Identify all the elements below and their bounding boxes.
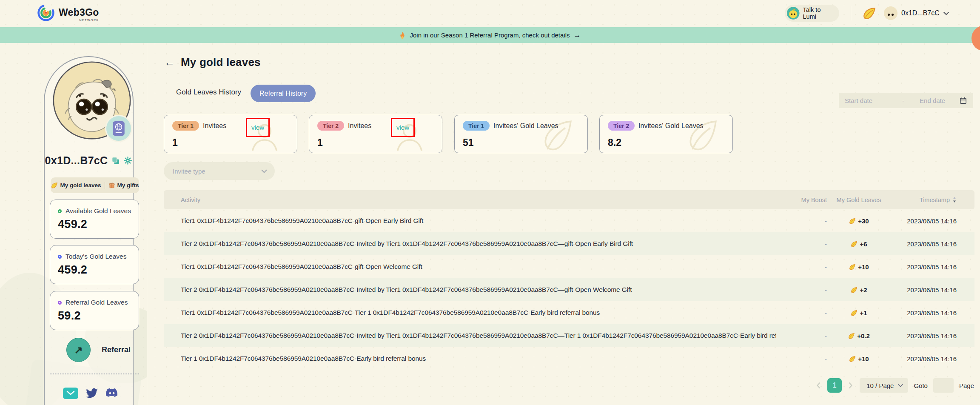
tab-gold-leaves-history[interactable]: Gold Leaves History <box>176 88 241 97</box>
leaves-value: +30 <box>858 217 869 225</box>
current-page-button[interactable]: 1 <box>827 378 842 393</box>
my-gold-leaves-button[interactable]: My gold leaves <box>51 182 101 189</box>
summary-card-tier1-gold-leaves: Tier 1 Invitees' Gold Leaves 51 <box>454 115 588 153</box>
wallet-address-short: 0x1D...B7cC <box>901 9 940 17</box>
activity-cell: Tier 1 0x1DF4b1242F7c064376be586959A0210… <box>181 355 776 362</box>
my-gifts-label: My gifts <box>117 182 139 188</box>
table-row: Tier 1 0x1DF4b1242F7c064376be586959A0210… <box>164 347 974 370</box>
my-gifts-button[interactable]: My gifts <box>108 182 139 189</box>
end-date-field[interactable]: End date <box>920 97 945 104</box>
arrow-right-icon: → <box>574 31 581 40</box>
settings-gear-icon[interactable] <box>123 156 132 165</box>
referral-arrow-icon: ↗ <box>66 338 91 362</box>
gold-leaf-icon <box>848 355 856 363</box>
page-size-value: 10 / Page <box>866 382 894 389</box>
timestamp-cell: 2023/06/05 14:16 <box>891 332 957 339</box>
gift-icon <box>108 182 115 189</box>
talk-to-lumi-label: Talk to Lumi <box>803 6 833 20</box>
next-page-icon[interactable] <box>847 382 854 389</box>
my-boost-cell: - <box>776 355 827 362</box>
lumi-avatar-icon <box>787 6 800 20</box>
sidebar-actions-bar: My gold leaves My gifts <box>51 177 139 193</box>
passport-badge-button[interactable] <box>105 115 132 142</box>
stat-value: 459.2 <box>58 263 131 277</box>
sidebar-dotted-divider <box>50 374 139 374</box>
leaves-value: +1 <box>860 309 867 317</box>
web3go-spiral-icon <box>34 1 58 25</box>
my-boost-cell: - <box>776 332 827 339</box>
web3go-logo[interactable]: Web3Go NETWORK <box>37 3 99 22</box>
my-boost-cell: - <box>776 286 827 294</box>
page-size-select[interactable]: 10 / Page <box>860 378 908 393</box>
column-activity: Activity <box>181 197 776 203</box>
activity-cell: Tier 2 0x1DF4b1242F7c064376be586959A0210… <box>181 332 776 339</box>
tier-badge: Tier 2 <box>317 121 344 131</box>
view-link[interactable]: view <box>396 124 409 131</box>
tab-referral-history-label: Referral History <box>259 90 307 97</box>
view-link[interactable]: view <box>251 124 264 131</box>
timestamp-cell: 2023/06/05 14:16 <box>891 217 957 225</box>
date-range-picker[interactable]: Start date - End date <box>839 93 973 108</box>
column-timestamp[interactable]: Timestamp <box>891 197 957 203</box>
announcement-banner[interactable]: Join in our Season 1 Referral Program, c… <box>0 27 980 43</box>
referral-link[interactable]: ↗ Referral <box>66 338 131 362</box>
user-avatar <box>884 6 897 20</box>
summary-value: 8.2 <box>608 137 621 148</box>
copy-address-icon[interactable] <box>111 156 120 165</box>
leaves-value: +6 <box>860 240 867 248</box>
summary-label: Invitees <box>203 122 226 130</box>
start-date-field[interactable]: Start date <box>845 97 872 104</box>
sidebar-wallet-address: 0x1D...B7cC <box>45 154 108 167</box>
stat-card-today: Today's Gold Leaves 459.2 <box>50 245 139 284</box>
profile-sidebar: 0x1D...B7cC My gold leaves <box>0 43 147 405</box>
summary-value: 1 <box>172 137 178 148</box>
table-row: Tier 2 0x1DF4b1242F7c064376be586959A0210… <box>164 324 974 347</box>
timestamp-cell: 2023/06/05 14:16 <box>891 240 957 248</box>
flame-icon <box>399 31 406 39</box>
gold-leaf-icon <box>848 263 856 271</box>
timestamp-cell: 2023/06/05 14:16 <box>891 263 957 271</box>
gold-leaf-icon <box>847 332 855 340</box>
referral-label: Referral <box>102 345 131 354</box>
tier-badge: Tier 2 <box>608 121 635 131</box>
stat-card-available: Available Gold Leaves 459.2 <box>50 200 139 239</box>
page-label: Page <box>959 382 974 389</box>
account-menu[interactable]: 0x1D...B7cC <box>884 6 949 20</box>
actions-divider <box>105 182 105 189</box>
gold-leaf-icon[interactable] <box>861 5 877 21</box>
timestamp-label: Timestamp <box>920 197 950 203</box>
table-row: Tier1 0x1DF4b1242F7c064376be586959A0210e… <box>164 209 974 232</box>
talk-to-lumi-button[interactable]: Talk to Lumi <box>785 5 839 22</box>
my-gold-leaves-cell: +2 <box>827 286 891 294</box>
calendar-icon <box>959 97 967 105</box>
gold-leaf-icon <box>50 181 58 189</box>
mail-icon[interactable] <box>63 388 78 399</box>
summary-label: Invitees <box>348 122 371 130</box>
summary-label: Invitees' Gold Leaves <box>493 122 558 130</box>
timestamp-cell: 2023/06/05 14:16 <box>891 286 957 294</box>
my-gold-leaves-label: My gold leaves <box>60 182 101 188</box>
goto-page-input[interactable] <box>933 378 954 393</box>
sort-icon[interactable] <box>952 197 957 203</box>
invitee-type-select[interactable]: Invitee type <box>164 162 275 180</box>
my-boost-cell: - <box>776 263 827 271</box>
chevron-down-icon <box>943 11 949 15</box>
annotation-red-box: view <box>391 118 415 137</box>
summary-card-tier1-invitees: Tier 1 Invitees view 1 <box>164 115 297 153</box>
app-root: Web3Go NETWORK Talk to Lumi 0x1D...B7cC <box>0 0 980 405</box>
purple-dot-icon <box>58 301 62 305</box>
invitee-type-placeholder: Invitee type <box>173 168 205 175</box>
back-arrow-icon[interactable]: ← <box>164 57 175 68</box>
sidebar-address-row: 0x1D...B7cC <box>44 154 134 167</box>
prev-page-icon[interactable] <box>815 382 822 389</box>
tab-referral-history[interactable]: Referral History <box>251 85 316 102</box>
discord-icon[interactable] <box>105 387 118 399</box>
twitter-icon[interactable] <box>85 387 98 399</box>
title-row: ← My gold leaves <box>164 56 261 69</box>
summary-label: Invitees' Gold Leaves <box>638 122 703 130</box>
summary-value: 1 <box>317 137 323 148</box>
my-boost-cell: - <box>776 240 827 248</box>
column-my-boost: My Boost <box>776 197 827 203</box>
leaves-value: +0.2 <box>857 332 870 339</box>
activity-cell: Tier1 0x1DF4b1242F7c064376be586959A0210e… <box>181 263 776 271</box>
